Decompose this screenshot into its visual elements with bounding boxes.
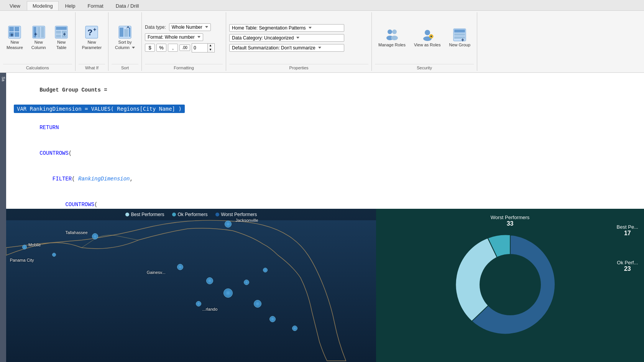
new-measure-button[interactable]: + NewMeasure: [3, 23, 26, 52]
formatting-group: Data type: Whole Number Format: Whole nu…: [142, 12, 226, 71]
tab-help[interactable]: Help: [59, 1, 81, 10]
best-performers-value: 17: [617, 230, 638, 237]
map-background: Best Performers Ok Performers Worst Perf…: [6, 209, 376, 362]
svg-rect-15: [56, 34, 61, 38]
dollar-button[interactable]: $: [145, 44, 155, 52]
data-type-row: Data type: Whole Number: [145, 23, 211, 31]
tab-data-drill[interactable]: Data / Drill: [110, 1, 145, 10]
svg-point-33: [430, 36, 432, 37]
svg-rect-36: [454, 33, 465, 36]
city-label-mobile: Mobile: [28, 242, 41, 247]
decimal-places-field[interactable]: [192, 44, 207, 51]
svg-text:+: +: [63, 31, 66, 37]
ranking-dimension-var: RankingDimension: [78, 176, 130, 182]
default-summarization-chevron: [318, 47, 321, 49]
formatting-group-label: Formatting: [145, 64, 223, 71]
svg-rect-2: [15, 27, 19, 31]
comma-button[interactable]: ,: [168, 44, 178, 52]
sort-chevron: [132, 47, 135, 49]
ribbon-body: + NewMeasure + N: [0, 11, 644, 72]
left-sidebar: Sa: [0, 73, 6, 362]
city-dot-orlando2: [206, 277, 213, 284]
security-group: Manage Roles View as Roles: [372, 12, 477, 71]
tab-modeling[interactable]: Modeling: [27, 1, 59, 10]
city-dot-cluster6: [196, 301, 201, 306]
whatif-group: ? + NewParameter What If: [76, 12, 108, 71]
data-category-value: Data Category: Uncategorized: [232, 35, 294, 41]
properties-group: Home Table: Segmentation Patterns Data C…: [226, 12, 372, 71]
code-line-countrows2: COUNTROWS(: [14, 192, 636, 209]
whatif-items: ? + NewParameter: [79, 12, 105, 63]
decimal-places-input[interactable]: ▲ ▼: [192, 43, 215, 52]
svg-rect-9: [41, 27, 44, 38]
data-type-dropdown[interactable]: Whole Number: [169, 23, 211, 31]
security-items: Manage Roles View as Roles: [375, 12, 474, 63]
city-label-gainesville: Gainesv...: [147, 270, 166, 275]
decimal-up-button[interactable]: ▲: [208, 44, 213, 48]
new-group-button[interactable]: + New Group: [445, 26, 474, 49]
data-category-chevron: [296, 37, 299, 39]
city-dot-cluster2: [254, 300, 261, 308]
home-table-value: Home Table: Segmentation Patterns: [232, 25, 306, 31]
ok-performers-value: 23: [617, 265, 638, 272]
data-category-row: Data Category: Uncategorized: [229, 34, 344, 42]
home-table-chevron: [309, 27, 312, 29]
code-editor[interactable]: Budget Group Counts = VAR RankingDimensi…: [6, 73, 644, 209]
svg-rect-24: [129, 28, 130, 37]
sort-items: Sort byColumn: [112, 12, 138, 63]
new-group-icon: +: [453, 28, 467, 42]
new-column-button[interactable]: + NewColumn: [28, 23, 49, 52]
format-row: Format: Whole number: [145, 33, 203, 41]
sort-by-column-label: Sort byColumn: [115, 40, 135, 50]
new-parameter-label: NewParameter: [82, 40, 102, 50]
code-line-return: RETURN: [14, 115, 636, 140]
city-dot-tallahassee: [92, 233, 98, 239]
city-dot-cluster1: [244, 280, 249, 285]
map-area: Best Performers Ok Performers Worst Perf…: [6, 209, 376, 362]
worst-performers-title: Worst Performers: [491, 215, 530, 220]
city-dot-cluster3: [269, 316, 276, 322]
new-parameter-button[interactable]: ? + NewParameter: [79, 23, 105, 52]
calculations-items: + NewMeasure + N: [3, 12, 72, 63]
view-as-roles-icon: [421, 28, 434, 42]
svg-rect-4: [15, 32, 19, 37]
manage-roles-button[interactable]: Manage Roles: [375, 26, 409, 49]
tab-format[interactable]: Format: [82, 1, 109, 10]
decimal-down-button[interactable]: ▼: [208, 48, 213, 52]
data-type-chevron: [205, 26, 208, 28]
sort-by-column-button[interactable]: Sort byColumn: [112, 23, 138, 52]
svg-rect-22: [120, 28, 123, 37]
svg-rect-1: [9, 27, 14, 31]
city-label-tallahassee: Tallahassee: [65, 230, 87, 235]
code-line-countrows: COUNTROWS(: [14, 140, 636, 166]
decimal-button[interactable]: .00: [179, 44, 190, 51]
format-dropdown[interactable]: Format: Whole number: [145, 33, 203, 41]
svg-rect-35: [454, 29, 465, 33]
ribbon: View Modeling Help Format Data / Drill: [0, 0, 644, 73]
home-table-dropdown[interactable]: Home Table: Segmentation Patterns: [229, 24, 344, 32]
svg-rect-12: [56, 27, 67, 30]
editor-wrapper: Budget Group Counts = VAR RankingDimensi…: [6, 73, 644, 362]
format-chevron: [197, 36, 200, 38]
tab-view[interactable]: View: [4, 1, 26, 10]
percent-button[interactable]: %: [156, 44, 166, 52]
ok-performers-label-group: Ok Perf... 23: [617, 260, 638, 272]
data-category-dropdown[interactable]: Data Category: Uncategorized: [229, 34, 344, 42]
donut-chart-svg: [449, 223, 572, 346]
ok-performers-title: Ok Perf...: [617, 260, 638, 265]
format-buttons-row: $ % , .00 ▲ ▼: [145, 43, 215, 52]
city-label-jacksonville: Jacksonville: [235, 218, 258, 223]
calculations-group-label: Calculations: [3, 64, 72, 71]
ribbon-tab-bar: View Modeling Help Format Data / Drill: [0, 0, 644, 11]
bottom-panel: Best Performers Ok Performers Worst Perf…: [6, 209, 644, 362]
default-summarization-dropdown[interactable]: Default Summarization: Don't summarize: [229, 44, 344, 52]
svg-point-29: [391, 36, 398, 40]
best-performers-label-group: Best Pe... 17: [617, 224, 638, 237]
highlighted-line: VAR RankingDimension = VALUES( Regions[C…: [14, 105, 185, 113]
view-as-roles-button[interactable]: View as Roles: [411, 26, 444, 49]
default-summarization-row: Default Summarization: Don't summarize: [229, 44, 344, 52]
manage-roles-label: Manage Roles: [378, 43, 406, 48]
new-column-icon: +: [32, 25, 46, 39]
svg-text:+: +: [93, 26, 96, 33]
new-table-button[interactable]: + NewTable: [51, 23, 72, 52]
